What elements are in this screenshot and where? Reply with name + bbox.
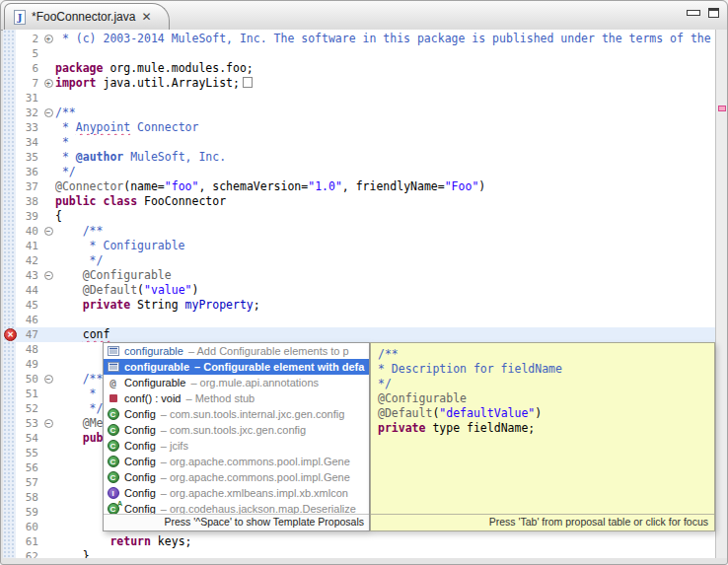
completion-list: configurable – Add Configurable elements… [104, 343, 369, 514]
line-number: 48 [16, 342, 41, 357]
code-text[interactable]: import java.util.ArrayList; [55, 76, 715, 91]
line-number: 38 [16, 194, 41, 209]
code-text[interactable]: return keys; [55, 534, 715, 549]
code-text[interactable]: { [55, 209, 715, 224]
completion-item[interactable]: conf() : void – Method stub [104, 390, 369, 406]
close-icon[interactable]: ✕ [141, 11, 151, 23]
code-text[interactable]: * @author MuleSoft, Inc. [55, 150, 715, 165]
proposal-name: Config [124, 503, 156, 514]
line-number: 32 [16, 106, 41, 120]
completion-item[interactable]: configurable – Add Configurable elements… [104, 343, 369, 359]
fold-collapse-icon[interactable]: − [44, 271, 53, 280]
proposal-qualifier: – org.apache.commons.pool.impl.Gene [161, 471, 350, 483]
completion-item[interactable]: IConfig – org.apache.xmlbeans.impl.xb.xm… [104, 485, 369, 501]
fold-collapse-icon[interactable]: − [44, 108, 53, 117]
proposal-qualifier: – jcifs [161, 440, 188, 452]
preview-code-line: /** [378, 347, 714, 362]
code-text[interactable]: @Connector(name="foo", schemaVersion="1.… [55, 179, 715, 194]
code-text[interactable]: * Configurable [55, 239, 715, 253]
annotation-icon: @ [107, 377, 119, 389]
line-number: 60 [16, 520, 41, 534]
code-text[interactable]: */ [55, 165, 715, 179]
completion-item[interactable]: CConfig – com.sun.tools.jxc.gen.config [104, 422, 369, 438]
completion-item[interactable]: CAConfig – org.codehaus.jackson.map.Dese… [104, 501, 369, 514]
fold-expand-icon[interactable]: + [44, 79, 53, 88]
line-number: 42 [16, 253, 41, 268]
overview-ruler[interactable] [715, 30, 727, 558]
svg-text:J: J [17, 12, 23, 23]
code-text[interactable] [55, 46, 715, 61]
fold-collapse-icon[interactable]: − [44, 375, 53, 384]
code-text[interactable]: @Default("value") [55, 283, 715, 298]
proposal-name: Config [124, 471, 156, 483]
code-line: 45 private String myProperty; [3, 298, 715, 313]
minimize-icon[interactable] [687, 10, 700, 16]
code-text[interactable]: * Anypoint Connector [55, 120, 715, 135]
line-number: 55 [16, 446, 41, 460]
fold-collapse-icon[interactable]: − [44, 419, 53, 428]
line-number: 54 [16, 431, 41, 446]
code-line: 46 [3, 313, 715, 327]
line-number: 61 [16, 534, 41, 549]
maximize-icon[interactable] [708, 8, 719, 18]
class-icon: C [107, 440, 119, 453]
completion-item[interactable]: CConfig – org.apache.commons.pool.impl.G… [104, 454, 369, 469]
code-text[interactable]: * [55, 135, 715, 150]
proposal-qualifier: – org.apache.xmlbeans.impl.xb.xmlcon [161, 487, 348, 499]
code-text[interactable]: * (c) 2003-2014 MuleSoft, Inc. The softw… [55, 32, 715, 46]
proposal-qualifier: – com.sun.tools.jxc.gen.config [161, 424, 306, 436]
line-number: 34 [16, 135, 41, 150]
editor-tab-bar: J *FooConnector.java ✕ [1, 1, 727, 31]
preview-code-line: * Description for fieldName [378, 362, 714, 377]
code-text[interactable]: @Configurable [55, 268, 715, 283]
folded-region-icon[interactable] [243, 77, 253, 88]
proposal-name: Config [124, 440, 156, 452]
preview-code-line: */ [378, 377, 714, 391]
completion-item[interactable]: CConfig – com.sun.tools.internal.jxc.gen… [104, 406, 369, 422]
code-text[interactable] [55, 91, 715, 106]
overview-marker-icon[interactable] [718, 106, 726, 111]
code-text[interactable]: } [55, 549, 715, 558]
completion-item-selected[interactable]: configurable – Configurable element with… [104, 359, 369, 375]
code-text[interactable]: /** [55, 106, 715, 120]
interface-icon: I [107, 487, 119, 500]
code-text[interactable]: public class FooConnector [55, 194, 715, 209]
fold-collapse-icon[interactable]: − [44, 227, 53, 236]
proposal-qualifier: – org.apache.commons.pool.impl.Gene [161, 456, 350, 467]
line-number: 58 [16, 490, 41, 505]
code-line: 47 conf [3, 327, 715, 342]
class-icon: C [107, 471, 119, 484]
line-number: 49 [16, 357, 41, 372]
completion-item[interactable]: CConfig – org.apache.commons.pool.impl.G… [104, 469, 369, 485]
error-icon[interactable]: ✕ [4, 328, 17, 341]
code-line: 44 @Default("value") [3, 283, 715, 298]
code-text[interactable]: */ [55, 253, 715, 268]
proposal-qualifier: – org.codehaus.jackson.map.Deserialize [161, 503, 356, 514]
proposal-name: Config [124, 456, 156, 467]
class-icon: C [107, 424, 119, 437]
code-line: 36 */ [3, 165, 715, 179]
code-text[interactable]: /** [55, 224, 715, 239]
code-line: 43− @Configurable [3, 268, 715, 283]
code-line: 62 } [3, 549, 715, 558]
code-line: 37@Connector(name="foo", schemaVersion="… [3, 179, 715, 194]
line-number: 53 [16, 416, 41, 431]
line-number: 52 [16, 401, 41, 416]
tab-fooconnector[interactable]: J *FooConnector.java ✕ [4, 3, 170, 30]
completion-item[interactable]: @Configurable – org.mule.api.annotations [104, 375, 369, 390]
code-text[interactable]: conf [55, 327, 715, 342]
line-number: 43 [16, 268, 41, 283]
code-line: 42 */ [3, 253, 715, 268]
code-text[interactable]: private String myProperty; [55, 298, 715, 313]
code-text[interactable]: package org.mule.modules.foo; [55, 61, 715, 76]
fold-expand-icon[interactable]: + [44, 35, 53, 43]
line-number: 40 [16, 224, 41, 239]
proposal-name: Config [124, 408, 156, 420]
code-line: 38public class FooConnector [3, 194, 715, 209]
class-icon: C [107, 456, 119, 468]
completion-item[interactable]: CConfig – jcifs [104, 438, 369, 454]
line-number: 46 [16, 313, 41, 327]
code-line: 31 [3, 91, 715, 106]
code-text[interactable] [55, 313, 715, 327]
code-line: 61 return keys; [3, 534, 715, 549]
